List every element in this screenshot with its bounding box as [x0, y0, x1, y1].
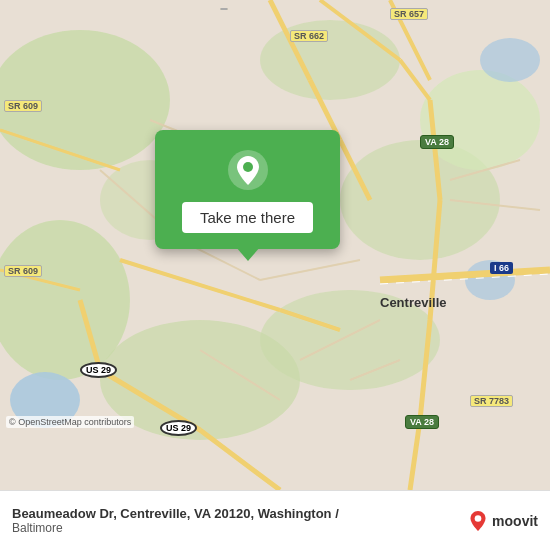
- location-pin-icon: [226, 148, 270, 192]
- location-subtitle: Baltimore: [12, 521, 468, 535]
- map-container: SR 657 SR 662 SR 609 SR 609 VA 28 VA 28 …: [0, 0, 550, 490]
- location-info: Beaumeadow Dr, Centreville, VA 20120, Wa…: [12, 506, 468, 535]
- sr609-top-label: SR 609: [4, 100, 42, 112]
- sr662-top-label: SR 662: [290, 30, 328, 42]
- va28-right-label: VA 28: [420, 135, 454, 149]
- sr609-mid-label: SR 609: [4, 265, 42, 277]
- take-me-there-button[interactable]: Take me there: [182, 202, 313, 233]
- svg-point-6: [260, 20, 400, 100]
- i66-label: I 66: [490, 262, 513, 274]
- svg-point-42: [243, 162, 253, 172]
- svg-point-43: [475, 515, 482, 522]
- osm-attribution: © OpenStreetMap contributors: [6, 416, 134, 428]
- moovit-pin-icon: [468, 511, 488, 531]
- us29-left-label: US 29: [80, 362, 117, 378]
- location-popup: Take me there: [155, 130, 340, 249]
- sr657-label: SR 657: [390, 8, 428, 20]
- svg-point-11: [480, 38, 540, 82]
- va28-bot-label: VA 28: [405, 415, 439, 429]
- city-label: Centreville: [380, 295, 446, 310]
- moovit-logo: moovit: [468, 511, 538, 531]
- bottom-bar: Beaumeadow Dr, Centreville, VA 20120, Wa…: [0, 490, 550, 550]
- sr662-mid-label: [220, 8, 228, 10]
- location-title: Beaumeadow Dr, Centreville, VA 20120, Wa…: [12, 506, 468, 521]
- moovit-brand-text: moovit: [492, 513, 538, 529]
- us29-bot-label: US 29: [160, 420, 197, 436]
- sr7783-label: SR 7783: [470, 395, 513, 407]
